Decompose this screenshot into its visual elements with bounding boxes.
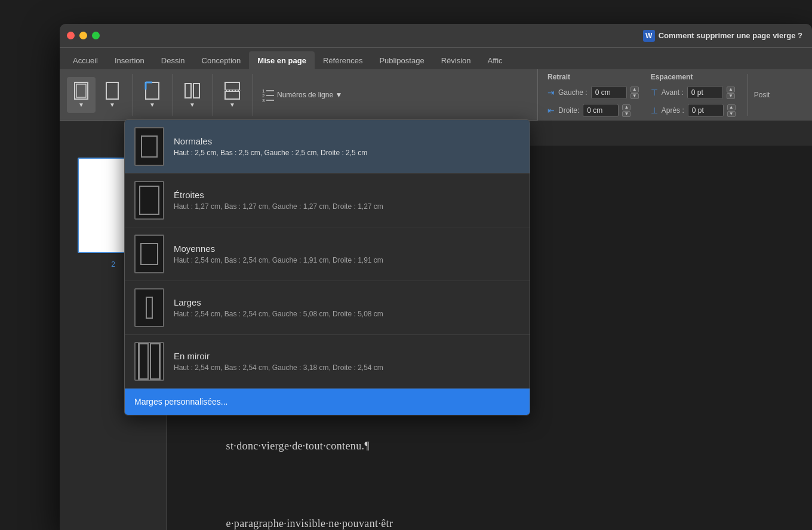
moyennes-name: Moyennes xyxy=(174,244,383,254)
droite-down-spinner[interactable]: ▼ xyxy=(622,111,630,117)
tab-references[interactable]: Références xyxy=(315,51,371,69)
position-label: Posit xyxy=(754,91,770,99)
retrait-label: Retrait xyxy=(548,73,639,81)
tab-dessin[interactable]: Dessin xyxy=(153,51,193,69)
titlebar-title: W Comment supprimer une page vierge ? xyxy=(643,24,812,47)
svg-rect-7 xyxy=(193,84,199,98)
avant-down-spinner[interactable]: ▼ xyxy=(727,93,735,99)
apres-label: Après : xyxy=(662,106,684,115)
gauche-up-spinner[interactable]: ▲ xyxy=(630,87,639,93)
normales-name: Normales xyxy=(174,136,367,146)
maximize-button[interactable] xyxy=(92,32,100,39)
gauche-input[interactable]: 0 cm xyxy=(591,86,627,99)
titlebar: W Comment supprimer une page vierge ? xyxy=(60,24,812,48)
custom-margins-label: Marges personnalisées... xyxy=(134,397,227,406)
droite-up-spinner[interactable]: ▲ xyxy=(622,104,630,110)
svg-rect-1 xyxy=(76,84,86,97)
breaks-icon xyxy=(224,81,241,100)
size-icon xyxy=(144,81,161,100)
miroir-preview xyxy=(134,342,164,381)
tab-accueil[interactable]: Accueil xyxy=(64,51,106,69)
droite-input[interactable]: 0 cm xyxy=(583,104,619,117)
larges-desc: Haut : 2,54 cm, Bas : 2,54 cm, Gauche : … xyxy=(174,310,383,318)
traffic-lights xyxy=(67,32,100,39)
doc-para-5: e·paragraphe·invisible·ne·pouvant·êtr xyxy=(226,517,393,529)
moyennes-preview xyxy=(134,235,164,273)
line-numbers-button[interactable]: 1 2 3 Numéros de ligne ▼ xyxy=(258,77,346,113)
larges-name: Larges xyxy=(174,297,383,307)
tab-mise-en-page[interactable]: Mise en page xyxy=(249,51,315,69)
dropdown-item-larges[interactable]: Larges Haut : 2,54 cm, Bas : 2,54 cm, Ga… xyxy=(125,281,530,335)
dropdown-item-moyennes[interactable]: Moyennes Haut : 2,54 cm, Bas : 2,54 cm, … xyxy=(125,227,530,281)
apres-up-spinner[interactable]: ▲ xyxy=(727,104,736,110)
svg-rect-9 xyxy=(225,91,239,99)
size-button[interactable]: ▼ xyxy=(138,77,167,113)
line-numbers-icon: 1 2 3 xyxy=(262,87,275,103)
normales-preview xyxy=(134,127,164,166)
avant-input[interactable]: 0 pt xyxy=(687,86,723,99)
avant-up-spinner[interactable]: ▲ xyxy=(727,87,735,93)
margins-button[interactable]: ▼ xyxy=(67,77,96,113)
miroir-desc: Haut : 2,54 cm, Bas : 2,54 cm, Gauche : … xyxy=(174,363,383,372)
apres-down-spinner[interactable]: ▼ xyxy=(727,111,736,117)
document-title: Comment supprimer une page vierge ? xyxy=(659,31,802,40)
svg-rect-2 xyxy=(106,82,118,99)
tab-publipostage[interactable]: Publipostage xyxy=(371,51,432,69)
columns-button[interactable]: ▼ xyxy=(178,77,207,113)
line-numbers-label: Numéros de ligne ▼ xyxy=(277,91,342,99)
ribbon-content: ▼ ▼ ▼ xyxy=(60,69,812,121)
etroites-info: Étroites Haut : 1,27 cm, Bas : 1,27 cm, … xyxy=(174,190,383,211)
columns-icon xyxy=(184,81,201,100)
espacement-label: Espacement xyxy=(651,73,736,81)
dropdown-item-etroites[interactable]: Étroites Haut : 1,27 cm, Bas : 1,27 cm, … xyxy=(125,174,530,227)
margins-dropdown: Normales Haut : 2,5 cm, Bas : 2,5 cm, Ga… xyxy=(124,119,530,415)
svg-rect-3 xyxy=(146,82,159,99)
page-number: 2 xyxy=(111,260,115,269)
orientation-icon xyxy=(104,81,121,100)
doc-para-4: st·donc·vierge·de·tout·contenu.¶ xyxy=(226,440,370,452)
apres-input[interactable]: 0 pt xyxy=(688,104,724,117)
margins-icon xyxy=(73,81,90,100)
custom-margins-button[interactable]: Marges personnalisées... xyxy=(125,389,530,415)
close-button[interactable] xyxy=(67,32,75,39)
word-icon: W xyxy=(643,30,655,42)
larges-info: Larges Haut : 2,54 cm, Bas : 2,54 cm, Ga… xyxy=(174,297,383,318)
svg-text:3: 3 xyxy=(262,98,265,102)
gauche-label: Gauche : xyxy=(558,88,588,97)
miroir-info: En miroir Haut : 2,54 cm, Bas : 2,54 cm,… xyxy=(174,351,383,372)
dropdown-item-normales[interactable]: Normales Haut : 2,5 cm, Bas : 2,5 cm, Ga… xyxy=(125,120,530,174)
etroites-desc: Haut : 1,27 cm, Bas : 1,27 cm, Gauche : … xyxy=(174,202,383,211)
miroir-name: En miroir xyxy=(174,351,383,361)
larges-preview xyxy=(134,288,164,327)
tab-insertion[interactable]: Insertion xyxy=(106,51,153,69)
apres-icon: ⊥ xyxy=(651,106,658,115)
moyennes-desc: Haut : 2,54 cm, Bas : 2,54 cm, Gauche : … xyxy=(174,256,383,264)
svg-rect-6 xyxy=(185,84,191,98)
dropdown-item-miroir[interactable]: En miroir Haut : 2,54 cm, Bas : 2,54 cm,… xyxy=(125,335,530,389)
ribbon-tabs: Accueil Insertion Dessin Conception Mise… xyxy=(60,48,812,69)
tab-revision[interactable]: Révision xyxy=(433,51,479,69)
droite-label: Droite: xyxy=(558,106,579,115)
svg-rect-8 xyxy=(225,82,239,90)
tab-conception[interactable]: Conception xyxy=(193,51,250,69)
tab-affichage[interactable]: Affic xyxy=(479,51,510,69)
breaks-button[interactable]: ▼ xyxy=(218,77,247,113)
retrait-gauche-icon: ⇥ xyxy=(548,88,555,97)
gauche-down-spinner[interactable]: ▼ xyxy=(630,93,639,99)
retrait-droite-icon: ⇤ xyxy=(548,106,555,115)
main-window: W Comment supprimer une page vierge ? Ac… xyxy=(60,24,812,530)
moyennes-info: Moyennes Haut : 2,54 cm, Bas : 2,54 cm, … xyxy=(174,244,383,264)
normales-info: Normales Haut : 2,5 cm, Bas : 2,5 cm, Ga… xyxy=(174,136,367,157)
orientation-button[interactable]: ▼ xyxy=(98,77,127,113)
etroites-name: Étroites xyxy=(174,190,383,200)
minimize-button[interactable] xyxy=(79,32,87,39)
avant-label: Avant : xyxy=(662,88,684,97)
avant-icon: ⊤ xyxy=(651,88,658,97)
etroites-preview xyxy=(134,181,164,220)
normales-desc: Haut : 2,5 cm, Bas : 2,5 cm, Gauche : 2,… xyxy=(174,149,367,157)
